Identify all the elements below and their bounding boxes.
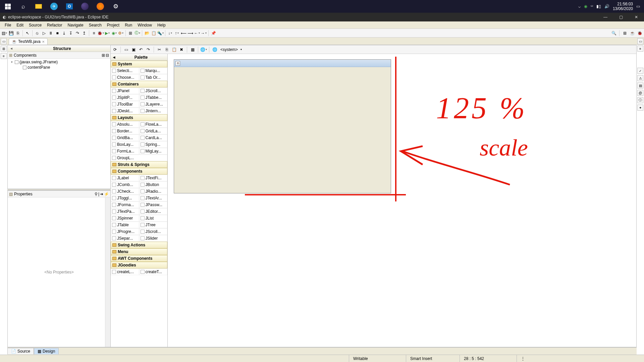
perspective-debug-icon[interactable]: 🐞	[637, 30, 643, 36]
scrollbar[interactable]	[105, 197, 110, 347]
menu-file[interactable]: File	[2, 22, 14, 28]
outline-icon[interactable]: ≡	[1, 53, 7, 59]
palette-item[interactable]: JTextFi...	[139, 175, 168, 181]
cursor-icon[interactable]: ↖	[24, 30, 31, 36]
palette-item[interactable]: JTree	[139, 222, 168, 228]
settings-icon[interactable]: ⚙	[108, 0, 123, 13]
palette-item[interactable]: JScroll...	[139, 87, 168, 94]
step-return-icon[interactable]: ↥	[81, 30, 87, 36]
step-over-icon[interactable]: ↷	[74, 30, 80, 36]
show-events-icon[interactable]: ⚡	[104, 192, 109, 196]
copy-icon[interactable]: ⎘	[164, 47, 170, 53]
step-icon[interactable]: ⤓	[61, 30, 67, 36]
tasks-icon[interactable]: ✓	[637, 68, 643, 74]
palette-item[interactable]: JList	[139, 215, 168, 222]
search-dialog-icon[interactable]: 🔦	[157, 30, 163, 36]
run-icon[interactable]: ▶	[104, 30, 110, 36]
palette-item[interactable]: Choose...	[111, 74, 139, 81]
palette-item[interactable]: GridLa...	[139, 128, 168, 134]
palette-item[interactable]: Absolu...	[111, 121, 139, 128]
new-package-icon[interactable]: ⊞	[127, 30, 133, 36]
palette-body[interactable]: SystemSelecti...Marqu...Choose...Tab Or.…	[111, 61, 167, 347]
show-advanced-icon[interactable]: ⚲	[95, 192, 98, 196]
palette-item[interactable]: JPassw...	[139, 201, 168, 208]
menu-navigate[interactable]: Navigate	[65, 22, 86, 28]
collapse-icon[interactable]: ◄	[9, 46, 14, 51]
palette-category[interactable]: Layouts	[111, 114, 167, 121]
palette-item[interactable]: BoxLay...	[111, 141, 139, 148]
palette-item[interactable]: JSepar...	[111, 235, 139, 242]
palette-item[interactable]: JToggl...	[111, 195, 139, 201]
tab-source[interactable]: 📄 Source	[7, 348, 34, 354]
console-icon[interactable]: ▤	[637, 82, 643, 88]
javadoc-icon[interactable]: ⓘ	[637, 97, 643, 103]
palette-item[interactable]: Spring...	[139, 141, 168, 148]
perspective-open-icon[interactable]: ⊞	[622, 30, 628, 36]
perspective-java-icon[interactable]: ☕	[629, 30, 635, 36]
restore-icon[interactable]: ▭	[1, 38, 7, 44]
palette-item[interactable]: JEditor...	[139, 208, 168, 215]
menu-project[interactable]: Project	[104, 22, 122, 28]
declaration-icon[interactable]: @	[637, 90, 643, 96]
firefox-icon[interactable]	[93, 0, 108, 13]
palette-item[interactable]: JLabel	[111, 175, 139, 181]
notifications-icon[interactable]: ▭	[636, 4, 640, 9]
redo-icon[interactable]: ↷	[145, 47, 151, 53]
collapse-all-icon[interactable]: ⊟	[106, 53, 109, 58]
externalize-icon[interactable]: ▣	[130, 47, 137, 53]
palette-item[interactable]: JCheck...	[111, 188, 139, 195]
palette-item[interactable]: GridBa...	[111, 134, 139, 141]
package-explorer-icon[interactable]: ⊞	[1, 46, 7, 52]
palette-item[interactable]: JButton	[139, 181, 168, 188]
restore-right-icon[interactable]: ▭	[637, 38, 643, 44]
palette-item[interactable]: Border...	[111, 128, 139, 134]
palette-category[interactable]: Struts & Springs	[111, 161, 167, 168]
outline-right-icon[interactable]: ≡	[637, 46, 643, 52]
palette-item[interactable]: JProgre...	[111, 228, 139, 235]
locale-icon[interactable]: 🌐	[212, 47, 218, 53]
expand-all-icon[interactable]: ⊞	[102, 53, 105, 58]
palette-item[interactable]: JSpinner	[111, 215, 139, 222]
twisty-icon[interactable]: ▾	[10, 60, 14, 64]
laf-icon[interactable]: 🌐	[201, 47, 207, 53]
chevron-up-icon[interactable]: ⌵	[578, 4, 581, 9]
new-icon[interactable]: ▤	[1, 30, 7, 36]
paste-icon[interactable]: 📋	[171, 47, 177, 53]
palette-category[interactable]: Containers	[111, 81, 167, 87]
palette-item[interactable]: Selecti...	[111, 67, 139, 74]
align-left-icon[interactable]: ≡	[91, 30, 97, 36]
telegram-icon[interactable]: ✈	[46, 0, 62, 13]
back-history-icon[interactable]: ←	[194, 30, 200, 36]
skip-breakpoints-icon[interactable]: ⦸	[34, 30, 40, 36]
step-into-icon[interactable]: ↧	[68, 30, 74, 36]
palette-category[interactable]: System	[111, 61, 167, 67]
test-preview-icon[interactable]: ▭	[123, 47, 129, 53]
palette-item[interactable]: JScroll...	[139, 228, 168, 235]
design-canvas[interactable]: ☕ 125 % scale	[168, 54, 636, 347]
refresh-icon[interactable]: ⟳	[112, 47, 118, 53]
palette-item[interactable]: JToolBar	[111, 101, 139, 108]
menu-edit[interactable]: Edit	[14, 22, 26, 28]
new-class-icon[interactable]: Ⓒ	[134, 30, 140, 36]
delete-icon[interactable]: ✖	[178, 47, 184, 53]
wifi-icon[interactable]: ⌔	[591, 4, 593, 9]
error-log-icon[interactable]: ✦	[637, 105, 643, 111]
search-icon[interactable]: ⌕	[15, 0, 31, 13]
resume-icon[interactable]: ▷	[41, 30, 47, 36]
prev-annotation-icon[interactable]: ↑	[174, 30, 180, 36]
security-icon[interactable]: ◉	[584, 4, 587, 9]
outlook-icon[interactable]: O	[62, 0, 77, 13]
maximize-button[interactable]: ▢	[613, 13, 629, 21]
forward-icon[interactable]: ⟶	[187, 30, 193, 36]
quick-access-icon[interactable]: 🔍	[611, 30, 617, 36]
file-explorer-icon[interactable]	[31, 0, 46, 13]
open-type-icon[interactable]: 📂	[144, 30, 150, 36]
menu-source[interactable]: Source	[26, 22, 44, 28]
palette-item[interactable]: CardLa...	[139, 134, 168, 141]
palette-item[interactable]: JRadio...	[139, 188, 168, 195]
system-dropdown[interactable]: <system>	[219, 47, 239, 52]
collapse-icon[interactable]: ◄	[112, 55, 116, 60]
save-icon[interactable]: 💾	[8, 30, 14, 36]
system-clock[interactable]: 21:56:03 13/06/2020	[613, 2, 633, 11]
palette-item[interactable]: FormLa...	[111, 148, 139, 155]
